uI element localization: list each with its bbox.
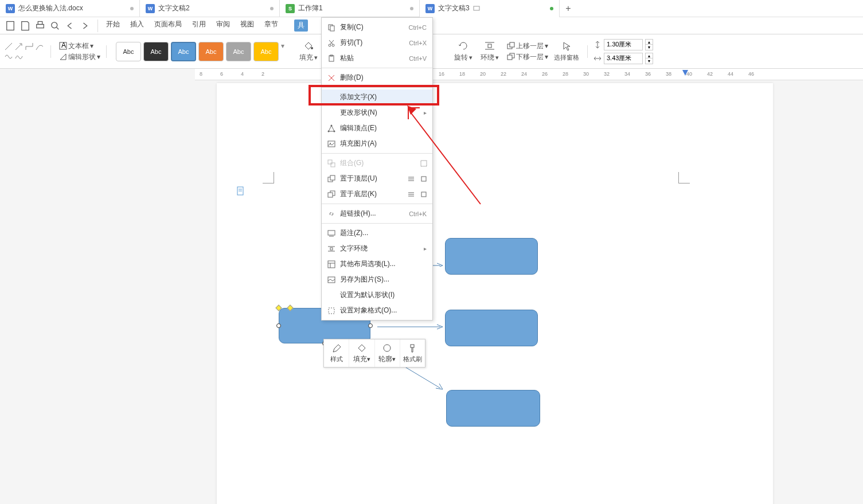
style-swatch-3[interactable]: Abc bbox=[171, 42, 196, 61]
svg-point-41 bbox=[328, 130, 330, 132]
connector-arrow[interactable] bbox=[377, 324, 446, 330]
cm-send-back[interactable]: 置于底层(K) bbox=[322, 186, 432, 202]
svg-rect-18 bbox=[510, 42, 514, 47]
tab-doc1[interactable]: W 怎么更换输入法.docx bbox=[0, 0, 140, 17]
textbox-button[interactable]: A 文本框▾ bbox=[59, 41, 100, 51]
height-up[interactable]: ▲ bbox=[646, 40, 653, 45]
style-swatch-2[interactable]: Abc bbox=[143, 42, 169, 61]
cm-more-layout[interactable]: 其他布局选项(L)... bbox=[322, 256, 432, 272]
edit-shape-button[interactable]: 编辑形状▾ bbox=[59, 52, 100, 62]
new-tab-button[interactable]: + bbox=[560, 3, 577, 14]
svg-rect-30 bbox=[411, 345, 414, 347]
drawing-tools-tab[interactable]: 具 bbox=[294, 19, 308, 32]
cm-add-text[interactable]: 添加文字(X) bbox=[322, 89, 432, 105]
new-doc-button[interactable] bbox=[5, 20, 16, 32]
cm-bring-front[interactable]: 置于顶层(U) bbox=[322, 171, 432, 186]
curve-icon bbox=[36, 42, 44, 50]
pen-icon bbox=[331, 343, 342, 354]
mini-format-painter-button[interactable]: 格式刷 bbox=[400, 339, 425, 367]
document-page[interactable]: 样式 填充▾ 轮廓▾ 格式刷 bbox=[217, 83, 773, 504]
sheet-icon: S bbox=[286, 4, 295, 13]
svg-rect-70 bbox=[329, 308, 334, 314]
redo-button[interactable] bbox=[79, 20, 91, 32]
cm-delete[interactable]: 删除(D) bbox=[322, 70, 432, 85]
more-styles-button[interactable]: ▾ bbox=[281, 42, 290, 61]
cm-save-as-pic[interactable]: 另存为图片(S)... bbox=[322, 272, 432, 287]
menu-section[interactable]: 章节 bbox=[264, 19, 278, 32]
cm-set-default[interactable]: 设置为默认形状(I) bbox=[322, 287, 432, 303]
print-button[interactable] bbox=[34, 20, 46, 32]
cm-edit-points[interactable]: 编辑顶点(E) bbox=[322, 120, 432, 136]
fill-button[interactable]: 填充▾ bbox=[297, 40, 320, 62]
style-swatch-1[interactable]: Abc bbox=[116, 42, 141, 61]
cm-caption[interactable]: 题注(Z)... bbox=[322, 225, 432, 241]
mini-outline-button[interactable]: 轮廓▾ bbox=[375, 339, 400, 367]
resize-handle[interactable] bbox=[368, 323, 373, 328]
word-icon: W bbox=[425, 4, 435, 13]
svg-rect-66 bbox=[328, 261, 335, 268]
height-input[interactable] bbox=[604, 39, 643, 50]
resize-handle[interactable] bbox=[276, 323, 281, 328]
svg-rect-54 bbox=[421, 177, 426, 181]
svg-rect-0 bbox=[474, 6, 479, 10]
svg-point-43 bbox=[334, 130, 335, 132]
svg-rect-61 bbox=[328, 230, 335, 235]
svg-rect-63 bbox=[330, 248, 333, 250]
cm-hyperlink[interactable]: 超链接(H)... Ctrl+K bbox=[322, 206, 432, 221]
horizontal-ruler[interactable]: 8 6 4 2 16 18 20 22 24 26 28 30 32 34 36… bbox=[195, 69, 863, 80]
print-preview-button[interactable] bbox=[49, 20, 61, 32]
mini-style-button[interactable]: 样式 bbox=[324, 339, 349, 367]
style-swatch-4[interactable]: Abc bbox=[198, 42, 224, 61]
svg-point-29 bbox=[384, 345, 391, 351]
tab-indicator bbox=[270, 7, 274, 10]
rounded-rect-shape[interactable] bbox=[446, 390, 540, 427]
cm-format-object[interactable]: 设置对象格式(O)... bbox=[322, 303, 432, 318]
rotate-button[interactable]: 旋转▾ bbox=[452, 40, 475, 62]
save-button[interactable] bbox=[19, 20, 31, 32]
outline-icon bbox=[382, 343, 392, 353]
width-down[interactable]: ▼ bbox=[646, 58, 653, 64]
style-swatch-6[interactable]: Abc bbox=[253, 42, 279, 61]
menu-view[interactable]: 视图 bbox=[240, 19, 254, 32]
menu-insert[interactable]: 插入 bbox=[130, 19, 144, 32]
cm-text-wrap[interactable]: 文字环绕 ▸ bbox=[322, 241, 432, 256]
svg-rect-60 bbox=[421, 192, 426, 197]
rounded-rect-shape[interactable] bbox=[445, 310, 538, 346]
cm-change-shape[interactable]: 更改形状(N) ▸ bbox=[322, 105, 432, 120]
cm-fill-picture[interactable]: 填充图片(A) bbox=[322, 136, 432, 151]
tab-sheet1[interactable]: S 工作簿1 bbox=[280, 0, 420, 17]
undo-button[interactable] bbox=[64, 20, 76, 32]
cm-copy[interactable]: 复制(C) Ctrl+C bbox=[322, 19, 432, 35]
svg-marker-12 bbox=[60, 54, 66, 60]
cursor-icon bbox=[561, 41, 572, 52]
menu-layout[interactable]: 页面布局 bbox=[154, 19, 182, 32]
width-input[interactable] bbox=[604, 53, 643, 64]
rounded-rect-shape[interactable] bbox=[445, 238, 538, 275]
style-swatch-5[interactable]: Abc bbox=[226, 42, 251, 61]
layer-icon[interactable] bbox=[407, 175, 415, 183]
cm-paste[interactable]: 粘贴 Ctrl+V bbox=[322, 50, 432, 66]
ruler-indent-marker[interactable] bbox=[682, 70, 688, 77]
select-pane-button[interactable]: 选择窗格 bbox=[552, 41, 581, 62]
wrap-button[interactable]: 环绕▾ bbox=[478, 40, 501, 62]
shape-gallery[interactable] bbox=[5, 42, 45, 61]
width-up[interactable]: ▲ bbox=[646, 53, 653, 58]
svg-rect-20 bbox=[507, 55, 512, 60]
menu-review[interactable]: 审阅 bbox=[216, 19, 230, 32]
tab-doc2[interactable]: W 文字文稿2 bbox=[140, 0, 280, 17]
menu-start[interactable]: 开始 bbox=[106, 19, 120, 32]
present-icon[interactable] bbox=[473, 5, 480, 12]
height-down[interactable]: ▼ bbox=[646, 45, 653, 50]
layer-icon[interactable] bbox=[407, 190, 415, 198]
bring-forward-button[interactable]: 上移一层▾ bbox=[507, 41, 548, 51]
cm-cut[interactable]: 剪切(T) Ctrl+X bbox=[322, 35, 432, 50]
menu-ref[interactable]: 引用 bbox=[192, 19, 206, 32]
mini-fill-button[interactable]: 填充▾ bbox=[349, 339, 374, 367]
svg-point-42 bbox=[331, 124, 333, 126]
layer-icon[interactable] bbox=[420, 175, 428, 183]
tab-indicator bbox=[130, 7, 134, 10]
tab-doc3[interactable]: W 文字文稿3 bbox=[420, 0, 560, 17]
send-backward-button[interactable]: 下移一层▾ bbox=[507, 52, 548, 62]
svg-rect-47 bbox=[331, 163, 335, 167]
layer-icon[interactable] bbox=[420, 190, 428, 198]
